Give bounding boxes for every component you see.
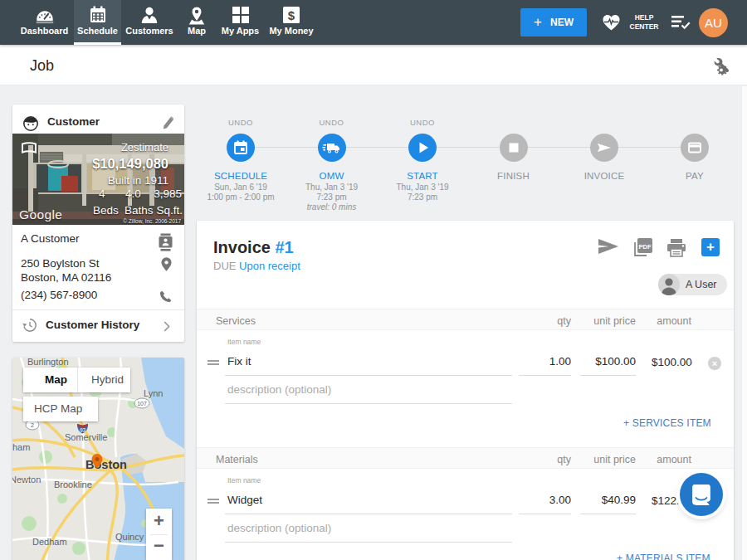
svg-text:Dedham: Dedham (32, 537, 67, 547)
svg-text:PDF: PDF (639, 243, 652, 251)
svg-text:Quincy: Quincy (115, 532, 144, 542)
svg-text:Burlington: Burlington (27, 358, 69, 367)
svg-text:Brookline: Brookline (54, 480, 92, 489)
svg-text:Lynn: Lynn (144, 388, 163, 398)
svg-text:2: 2 (31, 422, 34, 428)
svg-text:93: 93 (80, 427, 86, 433)
svg-text:$: $ (288, 8, 295, 22)
svg-text:Newton: Newton (12, 475, 41, 485)
svg-text:107: 107 (137, 401, 147, 407)
svg-text:Boston: Boston (85, 458, 127, 471)
svg-text:Somerville: Somerville (65, 432, 107, 442)
svg-text:ham: ham (12, 442, 30, 452)
